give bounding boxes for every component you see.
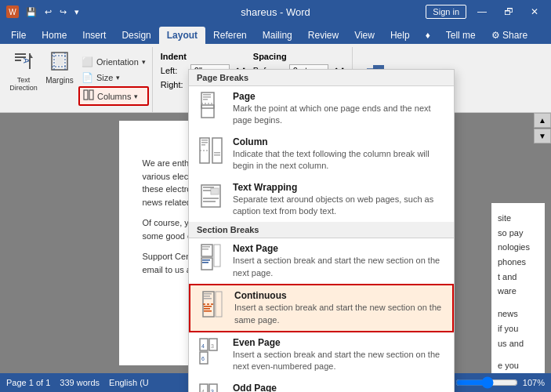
svg-rect-21 — [203, 96, 211, 98]
tab-help[interactable]: Help — [382, 27, 418, 44]
doc-right-column: site so pay nologies phones t and ware n… — [491, 203, 545, 373]
page-break-desc: Mark the point at which one page ends an… — [233, 103, 446, 127]
odd-page-item[interactable]: 4 3 5 Odd Page Insert a section break an… — [189, 378, 454, 392]
odd-page-title: Odd Page — [233, 383, 446, 392]
breaks-dropdown: Page Breaks Page Mark the point at which… — [188, 69, 455, 392]
svg-text:3: 3 — [211, 389, 214, 392]
orientation-label: Orientation — [96, 57, 139, 67]
svg-rect-42 — [202, 260, 210, 261]
spacing-label: Spacing — [253, 52, 346, 61]
svg-rect-0 — [15, 53, 26, 55]
minimize-button[interactable]: — — [471, 6, 493, 17]
text-wrapping-text: Text Wrapping Separate text around objec… — [233, 182, 446, 218]
close-button[interactable]: ✕ — [524, 6, 545, 17]
continuous-break-item[interactable]: Continuous Insert a section break and st… — [189, 284, 454, 332]
svg-rect-13 — [89, 90, 93, 100]
size-button[interactable]: 📄 Size ▾ — [78, 71, 149, 85]
continuous-break-text: Continuous Insert a section break and st… — [234, 290, 444, 326]
column-break-item[interactable]: Column Indicate that the text following … — [189, 132, 454, 177]
indent-label: Indent — [161, 52, 247, 61]
zoom-slider[interactable] — [455, 378, 518, 387]
size-icon: 📄 — [82, 72, 93, 83]
tab-file[interactable]: File — [3, 27, 34, 44]
restore-button[interactable]: 🗗 — [498, 6, 520, 17]
zoom-level[interactable]: 107% — [523, 378, 545, 387]
redo-quick-btn[interactable]: ↪ — [57, 5, 69, 19]
size-label: Size — [96, 73, 113, 82]
orientation-button[interactable]: ⬜ Orientation ▾ — [78, 55, 149, 69]
continuous-break-icon — [198, 290, 227, 318]
page-break-title: Page — [233, 91, 446, 102]
column-break-text: Column Indicate that the text following … — [233, 136, 446, 172]
sign-in-button[interactable]: Sign in — [426, 5, 466, 19]
svg-rect-35 — [203, 198, 219, 199]
column-break-desc: Indicate that the text following the col… — [233, 148, 446, 172]
page-break-icon — [197, 91, 225, 119]
svg-rect-12 — [84, 90, 88, 100]
tab-review[interactable]: Review — [300, 27, 346, 44]
quick-access-toolbar: 💾 ↩ ↪ ▾ — [24, 5, 82, 19]
tab-share[interactable]: ⚙ Share — [484, 27, 535, 44]
columns-label: Columns — [97, 92, 131, 101]
page-break-text: Page Mark the point at which one page en… — [233, 91, 446, 127]
section-breaks-header: Section Breaks — [189, 222, 454, 238]
tab-home[interactable]: Home — [34, 27, 74, 44]
svg-rect-34 — [211, 188, 219, 194]
continuous-break-title: Continuous — [234, 290, 444, 301]
tab-layout[interactable]: Layout — [159, 27, 205, 44]
margins-label: Margins — [45, 76, 74, 85]
svg-rect-11 — [56, 57, 63, 65]
odd-page-icon: 4 3 5 — [197, 383, 225, 392]
text-wrapping-title: Text Wrapping — [233, 182, 446, 193]
title-bar-left: W 💾 ↩ ↪ ▾ — [6, 5, 82, 19]
word-count: 339 words — [60, 378, 100, 387]
next-page-text: Next Page Insert a section break and sta… — [233, 243, 446, 279]
svg-rect-33 — [203, 190, 211, 191]
next-page-desc: Insert a section break and start the new… — [233, 255, 446, 279]
column-break-icon — [197, 136, 225, 165]
next-page-item[interactable]: Next Page Insert a section break and sta… — [189, 238, 454, 284]
page-info: Page 1 of 1 — [6, 378, 50, 387]
text-wrapping-icon — [197, 182, 225, 210]
tab-design[interactable]: Design — [114, 27, 158, 44]
svg-rect-51 — [204, 308, 210, 310]
svg-rect-20 — [203, 94, 211, 96]
tab-diamond[interactable]: ♦ — [418, 27, 438, 44]
tab-references[interactable]: Referen — [205, 27, 255, 44]
svg-rect-29 — [214, 152, 220, 154]
orientation-icon: ⬜ — [82, 56, 93, 67]
svg-text:3: 3 — [211, 343, 214, 349]
next-page-icon — [197, 243, 225, 271]
tab-tell-me[interactable]: Tell me — [438, 27, 484, 44]
indent-right-label: Right: — [161, 80, 186, 89]
page-breaks-header: Page Breaks — [189, 70, 454, 86]
text-wrapping-item[interactable]: Text Wrapping Separate text around objec… — [189, 177, 454, 223]
svg-rect-36 — [203, 201, 216, 202]
page-break-item[interactable]: Page Mark the point at which one page en… — [189, 86, 454, 132]
status-left: Page 1 of 1 339 words English (U — [6, 378, 149, 387]
even-page-icon: 4 3 6 — [197, 337, 225, 365]
svg-rect-39 — [214, 245, 220, 267]
even-page-desc: Insert a section break and start the new… — [233, 349, 446, 373]
text-wrapping-desc: Separate text around objects on web page… — [233, 194, 446, 218]
tab-mailing[interactable]: Mailing — [255, 27, 300, 44]
tab-insert[interactable]: Insert — [74, 27, 114, 44]
undo-quick-btn[interactable]: ↩ — [42, 5, 54, 19]
customize-quick-btn[interactable]: ▾ — [72, 5, 82, 19]
title-bar: W 💾 ↩ ↪ ▾ shareus - Word Sign in — 🗗 ✕ — [0, 0, 551, 24]
svg-rect-24 — [212, 138, 222, 163]
odd-page-text: Odd Page Insert a section break and star… — [233, 383, 446, 392]
even-page-item[interactable]: 4 3 6 Even Page Insert a section break a… — [189, 332, 454, 378]
save-quick-btn[interactable]: 💾 — [24, 5, 39, 19]
scroll-down-arrow[interactable]: ▼ — [534, 129, 551, 143]
tab-view[interactable]: View — [346, 27, 382, 44]
svg-rect-19 — [201, 105, 214, 118]
scroll-up-arrow[interactable]: ▲ — [534, 113, 551, 128]
svg-rect-52 — [204, 310, 212, 312]
svg-rect-40 — [202, 246, 210, 248]
ribbon-tabs: File Home Insert Design Layout Referen M… — [0, 24, 551, 44]
continuous-break-desc: Insert a section break and start the new… — [234, 302, 444, 326]
svg-text:4: 4 — [201, 343, 205, 349]
app-icon: W — [6, 5, 19, 18]
svg-rect-48 — [204, 296, 210, 297]
